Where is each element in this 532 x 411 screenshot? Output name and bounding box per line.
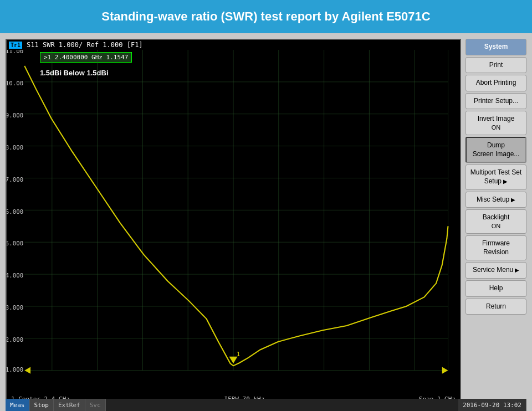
svg-text:1.000: 1.000 — [7, 366, 23, 373]
service-menu-button[interactable]: Service Menu — [466, 262, 526, 279]
svg-text:2.000: 2.000 — [7, 336, 23, 343]
swr-curve — [24, 66, 448, 366]
svg-text:6.000: 6.000 — [7, 208, 23, 215]
marker-label: 1 — [236, 350, 240, 358]
status-svc: Svc — [85, 399, 106, 411]
chart-info: S11 SWR 1.000/ Ref 1.000 [F1] — [27, 41, 143, 49]
invert-image-button[interactable]: Invert Image ON — [466, 111, 526, 135]
svg-marker-32 — [442, 367, 448, 373]
misc-setup-button[interactable]: Misc Setup — [466, 192, 526, 208]
dump-screen-button[interactable]: DumpScreen Image... — [466, 137, 526, 163]
svg-text:4.000: 4.000 — [7, 272, 23, 279]
chart-area: Tr1 S11 SWR 1.000/ Ref 1.000 [F1] >1 2.4… — [6, 39, 461, 405]
chart-topbar: Tr1 S11 SWR 1.000/ Ref 1.000 [F1] — [7, 40, 460, 50]
main-content: Tr1 S11 SWR 1.000/ Ref 1.000 [F1] >1 2.4… — [0, 33, 532, 411]
svg-text:8.000: 8.000 — [7, 144, 23, 151]
return-button[interactable]: Return — [466, 299, 526, 315]
multiport-test-button[interactable]: Multiport Test SetSetup — [466, 165, 526, 189]
backlight-button[interactable]: Backlight ON — [466, 209, 526, 234]
page-header: Standing-wave ratio (SWR) test report by… — [0, 0, 532, 33]
status-extref: ExtRef — [54, 399, 85, 411]
svg-text:10.00: 10.00 — [7, 80, 23, 86]
print-button[interactable]: Print — [466, 57, 526, 74]
svg-text:3.000: 3.000 — [7, 304, 23, 311]
svg-text:11.00: 11.00 — [7, 50, 23, 54]
trace-badge: Tr1 — [9, 42, 22, 49]
help-button[interactable]: Help — [466, 280, 526, 297]
status-meas: Meas — [6, 399, 30, 411]
svg-text:5.000: 5.000 — [7, 240, 23, 247]
svg-text:9.000: 9.000 — [7, 112, 23, 119]
firmware-revision-button[interactable]: FirmwareRevision — [466, 235, 526, 260]
status-datetime: 2016-09-20 13:02 — [458, 399, 526, 411]
right-panel: System Print Abort Printing Printer Setu… — [466, 39, 526, 405]
abort-printing-button[interactable]: Abort Printing — [466, 75, 526, 91]
page-title: Standing-wave ratio (SWR) test report by… — [101, 9, 430, 24]
system-button[interactable]: System — [466, 39, 526, 55]
printer-setup-button[interactable]: Printer Setup... — [466, 93, 526, 110]
svg-marker-31 — [24, 367, 30, 373]
status-stop: Stop — [30, 399, 54, 411]
svg-text:7.000: 7.000 — [7, 176, 23, 183]
status-bar: Meas Stop ExtRef Svc 2016-09-20 13:02 — [6, 399, 526, 411]
chart-svg: 11.00 10.00 9.000 8.000 7.000 6.000 5.00… — [7, 50, 460, 393]
